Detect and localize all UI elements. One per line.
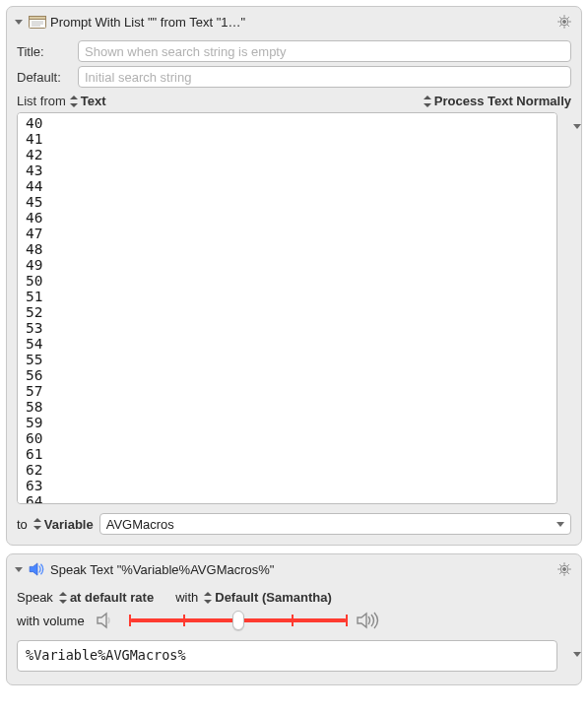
to-label: to [17,517,28,532]
svg-line-14 [559,25,561,27]
svg-marker-16 [573,124,581,129]
action-prompt-with-list: Prompt With List "" from Text "1…" Title… [6,6,582,546]
volume-low-icon [95,611,120,630]
speak-label: Speak [17,590,53,605]
svg-line-26 [559,564,561,566]
svg-point-21 [563,568,566,571]
list-text-area[interactable] [17,112,557,504]
prompt-list-icon [29,14,46,30]
svg-marker-19 [30,563,37,575]
with-label: with [175,590,198,605]
updown-icon [70,96,78,107]
to-kind-selector[interactable]: Variable [33,517,94,532]
svg-point-7 [563,21,566,24]
svg-marker-17 [556,522,564,527]
listfrom-label: List from [17,94,66,108]
insert-token-button[interactable] [571,118,583,134]
volume-label: with volume [17,614,85,628]
speak-rate-value: at default rate [70,590,154,605]
svg-rect-2 [30,17,46,20]
process-text-selector[interactable]: Process Text Normally [424,94,571,108]
volume-high-icon [357,611,382,630]
slider-tick [183,615,185,626]
action-title: Prompt With List "" from Text "1…" [50,15,550,30]
default-label: Default: [17,70,72,85]
updown-icon [204,592,212,604]
disclosure-toggle[interactable] [13,563,25,575]
action-header: Speak Text "%Variable%AVGMacros%" [7,554,581,582]
gear-icon[interactable] [554,558,575,580]
speak-text-area[interactable] [17,640,557,672]
slider-thumb[interactable] [232,611,244,630]
insert-token-button[interactable] [571,646,583,662]
svg-line-15 [567,17,569,19]
updown-icon [59,592,67,604]
gear-icon[interactable] [554,11,575,32]
svg-marker-0 [15,20,23,25]
variable-name-input[interactable] [99,513,571,535]
title-input[interactable] [78,40,571,62]
svg-marker-30 [98,614,106,627]
svg-marker-31 [358,614,366,627]
voice-selector[interactable]: Default (Samantha) [204,590,331,605]
svg-marker-32 [573,652,581,657]
disclosure-toggle[interactable] [13,16,25,28]
svg-line-12 [559,17,561,19]
svg-marker-18 [15,567,23,572]
voice-value: Default (Samantha) [215,590,331,605]
to-kind-value: Variable [44,517,94,532]
svg-line-13 [567,25,569,27]
svg-line-29 [567,564,569,566]
action-title: Speak Text "%Variable%AVGMacros%" [50,562,550,577]
variable-picker-button[interactable] [554,517,567,531]
speak-rate-selector[interactable]: at default rate [59,590,154,605]
title-label: Title: [17,44,72,59]
updown-icon [424,96,431,107]
slider-tick [129,615,131,626]
updown-icon [33,518,41,530]
svg-line-28 [559,572,561,574]
slider-tick [346,615,348,626]
action-header: Prompt With List "" from Text "1…" [7,7,581,34]
slider-tick [292,615,294,626]
listfrom-selector[interactable]: Text [70,94,106,108]
action-speak-text: Speak Text "%Variable%AVGMacros%" Speak [6,553,582,685]
process-text-label: Process Text Normally [434,94,571,108]
listfrom-value: Text [81,94,106,108]
svg-line-27 [567,572,569,574]
default-input[interactable] [78,66,571,88]
speaker-icon [29,561,46,577]
volume-slider[interactable] [130,611,347,630]
